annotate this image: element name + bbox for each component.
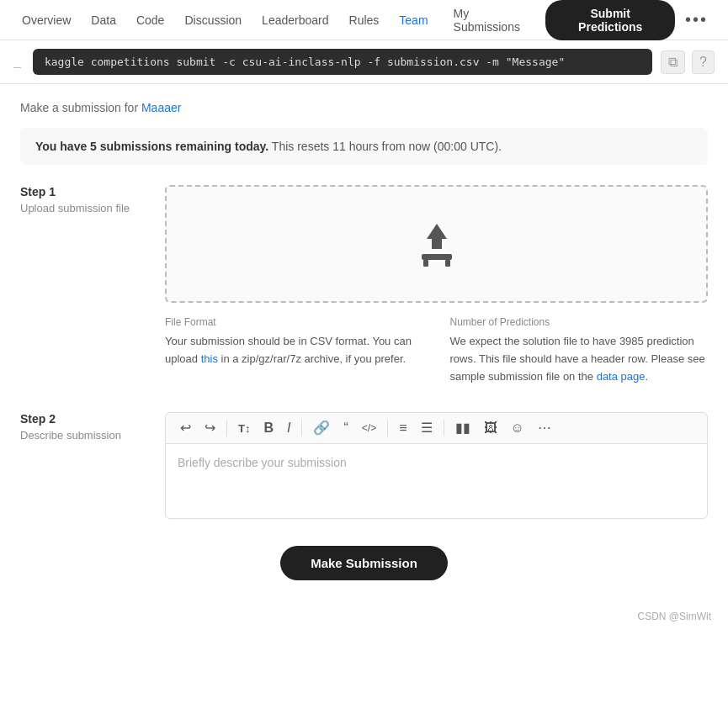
num-pred-text1: We expect the solution file to have 3985…	[450, 335, 705, 383]
toolbar-divider-3	[387, 420, 388, 437]
watermark: CSDN @SimWit	[0, 597, 728, 629]
main-content: Make a submission for Maaaer You have 5 …	[0, 84, 728, 597]
italic-button[interactable]: I	[281, 418, 296, 438]
kaggle-command: kaggle competitions submit -c csu-ai-inc…	[33, 49, 652, 75]
upload-svg-icon	[410, 217, 464, 271]
nav-leaderboard[interactable]: Leaderboard	[253, 8, 337, 32]
step1-container: Step 1 Upload submission file	[20, 185, 708, 385]
cmd-icon-group: ⧉ ?	[661, 50, 715, 74]
num-pred-text2: .	[646, 370, 649, 383]
undo-button[interactable]: ↩	[174, 418, 197, 438]
svg-rect-1	[422, 254, 452, 260]
file-format-text: Your submission should be in CSV format.…	[165, 333, 423, 368]
file-info: File Format Your submission should be in…	[165, 316, 708, 385]
submissions-count-bold: You have 5 submissions remaining today.	[35, 140, 268, 153]
submissions-remaining-alert: You have 5 submissions remaining today. …	[20, 128, 708, 165]
watermark-text: CSDN @SimWit	[637, 611, 711, 622]
step2-container: Step 2 Describe submission ↩ ↪ T↕ B I 🔗 …	[20, 412, 708, 519]
help-command-button[interactable]: ?	[692, 50, 715, 74]
upload-dropzone[interactable]	[165, 185, 708, 303]
description-textarea[interactable]: Briefly describe your submission	[165, 443, 708, 519]
copy-command-button[interactable]: ⧉	[661, 50, 685, 74]
step2-label: Step 2 Describe submission	[20, 412, 138, 519]
nav-overview[interactable]: Overview	[13, 8, 79, 32]
svg-marker-0	[427, 224, 447, 249]
step2-title: Step 2	[20, 412, 138, 426]
editor-toolbar: ↩ ↪ T↕ B I 🔗 “ </> ≡ ☰ ▮▮ 🖼 ☺ ⋯	[165, 412, 708, 443]
step1-subtitle: Upload submission file	[20, 202, 138, 214]
submit-row: Make Submission	[20, 546, 708, 580]
svg-rect-2	[423, 260, 428, 267]
my-submissions-link[interactable]: My Submissions	[444, 2, 543, 39]
nav-data[interactable]: Data	[82, 8, 125, 32]
make-submission-button[interactable]: Make Submission	[280, 546, 448, 580]
file-format-text2: in a zip/gz/rar/7z archive, if you prefe…	[218, 352, 406, 365]
emoji-button[interactable]: ☺	[505, 418, 530, 438]
description-placeholder: Briefly describe your submission	[178, 456, 347, 469]
toolbar-divider-1	[226, 420, 227, 437]
submission-for-user-link[interactable]: Maaaer	[141, 101, 181, 114]
file-format-link[interactable]: this	[201, 352, 218, 365]
heading-button[interactable]: T↕	[232, 420, 256, 437]
submit-predictions-button[interactable]: Submit Predictions	[545, 0, 675, 40]
redo-button[interactable]: ↪	[199, 418, 221, 438]
navigation: Overview Data Code Discussion Leaderboar…	[0, 0, 728, 40]
submission-for: Make a submission for Maaaer	[20, 101, 708, 114]
data-page-link[interactable]: data page	[597, 370, 646, 383]
step1-title: Step 1	[20, 185, 138, 198]
nav-team[interactable]: Team	[391, 8, 436, 32]
image-button[interactable]: 🖼	[478, 418, 503, 438]
submission-for-prefix: Make a submission for	[20, 101, 141, 114]
upload-icon	[410, 217, 464, 271]
submissions-reset-text: This resets 11 hours from now (00:00 UTC…	[272, 140, 502, 153]
quote-button[interactable]: “	[337, 418, 353, 438]
cmd-prompt-icon: _	[13, 55, 21, 70]
code-button[interactable]: </>	[356, 420, 382, 437]
svg-rect-3	[445, 260, 450, 267]
nav-code[interactable]: Code	[128, 8, 173, 32]
num-pred-text: We expect the solution file to have 3985…	[450, 333, 709, 385]
num-pred-title: Number of Predictions	[450, 316, 709, 328]
command-bar: _ kaggle competitions submit -c csu-ai-i…	[0, 40, 728, 84]
step1-label: Step 1 Upload submission file	[20, 185, 138, 385]
num-predictions-col: Number of Predictions We expect the solu…	[450, 316, 709, 385]
step2-subtitle: Describe submission	[20, 429, 138, 442]
more-toolbar-button[interactable]: ⋯	[532, 418, 557, 438]
unordered-list-button[interactable]: ☰	[415, 418, 438, 438]
toolbar-divider-4	[444, 420, 444, 437]
more-menu-button[interactable]: •••	[678, 7, 715, 33]
ordered-list-button[interactable]: ≡	[393, 418, 412, 438]
nav-discussion[interactable]: Discussion	[176, 8, 250, 32]
toolbar-divider-2	[301, 420, 302, 437]
link-button[interactable]: 🔗	[307, 418, 336, 438]
step2-content: ↩ ↪ T↕ B I 🔗 “ </> ≡ ☰ ▮▮ 🖼 ☺ ⋯	[165, 412, 708, 519]
table-button[interactable]: ▮▮	[449, 418, 476, 438]
bold-button[interactable]: B	[258, 418, 279, 438]
file-format-title: File Format	[165, 316, 423, 328]
step1-content: File Format Your submission should be in…	[165, 185, 708, 385]
nav-rules[interactable]: Rules	[341, 8, 388, 32]
file-format-col: File Format Your submission should be in…	[165, 316, 423, 385]
